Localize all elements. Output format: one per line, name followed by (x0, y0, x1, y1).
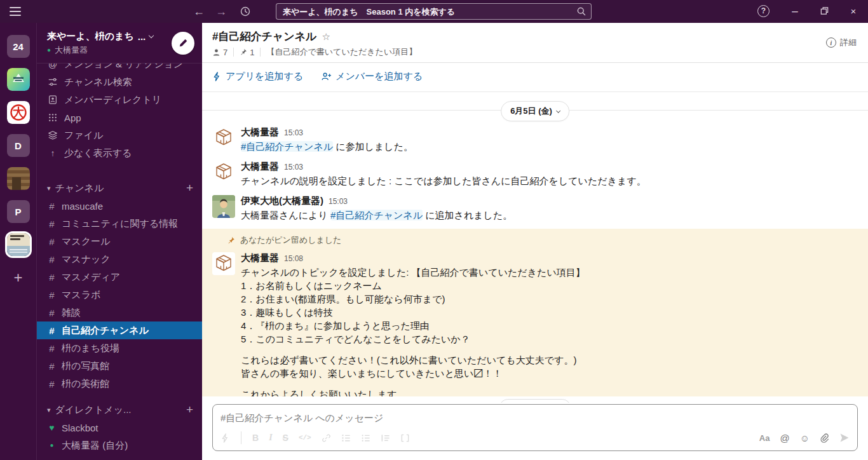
window-close-button[interactable]: × (845, 3, 862, 20)
channel-header: #自己紹介チャンネル ☆ 7 1 【自己紹介で書いていただきたい項目】 i 詳細 (202, 23, 868, 63)
section-caret-icon[interactable]: ▾ (47, 406, 51, 414)
emoji-icon[interactable]: ☺ (800, 433, 810, 443)
message-input[interactable] (220, 412, 850, 423)
channel-item-masu-photos[interactable]: #枡の写真館 (37, 357, 202, 375)
strikethrough-icon[interactable]: S (283, 433, 288, 443)
channel-item-masu-museum[interactable]: #枡の美術館 (37, 375, 202, 393)
pin-count-value: 1 (250, 48, 254, 57)
workspace-switcher-photo[interactable] (7, 167, 30, 190)
message-row[interactable]: 大橋量器 15:03 #自己紹介チャンネル に参加しました。 (202, 123, 868, 157)
search-input[interactable] (276, 7, 576, 17)
channel-item-self-introduction-active[interactable]: #自己紹介チャンネル (37, 321, 202, 339)
channel-topic[interactable]: 【自己紹介で書いていただきたい項目】 (266, 46, 417, 58)
message-row[interactable]: 大橋量器 15:08 チャンネルのトピックを設定しました: 【自己紹介で書いてい… (202, 248, 868, 396)
blockquote-icon[interactable] (381, 433, 390, 443)
message-composer[interactable]: B I S </> Aa @ ☺ (212, 404, 858, 451)
workspace-switcher-24[interactable]: 24 (7, 35, 30, 58)
shortcuts-lightning-icon[interactable] (220, 433, 230, 443)
member-count[interactable]: 7 (212, 48, 227, 57)
dm-item-self[interactable]: ● 大橋量器 (自分) (37, 436, 202, 454)
sidebar-item-files[interactable]: ファイル (37, 126, 202, 144)
add-channel-button[interactable]: + (186, 181, 193, 195)
message-time[interactable]: 15:08 (284, 254, 303, 263)
workspace-header[interactable]: 来やーよ、枡のまち ... ● 大橋量器 (37, 23, 202, 64)
avatar-user-photo[interactable] (212, 195, 235, 218)
workspace-switcher-p[interactable]: P (7, 200, 30, 223)
search-bar[interactable] (276, 3, 592, 20)
bold-icon[interactable]: B (252, 433, 259, 443)
history-forward-icon[interactable]: → (213, 3, 229, 20)
channel-item-masumedia[interactable]: #マスメディア (37, 268, 202, 286)
date-pill-button[interactable]: 6月5日 (金) (501, 101, 569, 121)
channel-item-community-info[interactable]: #コミュニティに関する情報 (37, 215, 202, 233)
channels-section-header[interactable]: ▾ チャンネル + (37, 179, 202, 197)
workspace-switcher-d[interactable]: D (7, 134, 30, 157)
bullet-list-icon[interactable] (361, 433, 370, 443)
format-toggle-icon[interactable]: Aa (759, 433, 770, 443)
sidebar-item-member-directory[interactable]: メンバーディレクトリ (37, 91, 202, 109)
inline-code-icon[interactable]: </> (299, 434, 311, 442)
window-restore-button[interactable] (816, 3, 832, 20)
add-app-link[interactable]: アプリを追加する (212, 71, 303, 83)
message-author[interactable]: 大橋量器 (241, 126, 279, 139)
add-dm-button[interactable]: + (186, 403, 193, 417)
italic-icon[interactable]: I (269, 433, 272, 443)
ordered-list-icon[interactable] (341, 433, 351, 443)
help-icon[interactable]: ? (757, 5, 770, 17)
channel-mention-link[interactable]: #自己紹介チャンネル (330, 210, 423, 220)
channel-item-masucafe[interactable]: #masucafe (37, 197, 202, 215)
add-workspace-button[interactable]: + (7, 266, 30, 289)
history-back-icon[interactable]: ← (191, 3, 207, 20)
hamburger-menu-icon[interactable] (10, 7, 21, 16)
details-button[interactable]: i 詳細 (826, 37, 857, 48)
message-list[interactable]: 6月5日 (金) 大橋量器 15:03 #自己紹介チャンネル に参加しました。 (202, 92, 868, 396)
sidebar-item-show-less[interactable]: ↑ 少なく表示する (37, 144, 202, 162)
add-member-link[interactable]: メンバーを追加する (321, 71, 423, 83)
avatar-masu-logo[interactable] (212, 126, 235, 149)
window-minimize-button[interactable]: – (787, 3, 803, 20)
attachment-icon[interactable] (820, 433, 829, 443)
hash-icon: # (47, 254, 57, 265)
chevron-down-icon (556, 108, 560, 112)
channel-item-masu-townhall[interactable]: #枡のまち役場 (37, 339, 202, 357)
sidebar-item-mentions[interactable]: @ メンション & リアクション (37, 64, 202, 73)
channel-title[interactable]: #自己紹介チャンネル (212, 29, 316, 44)
section-caret-icon[interactable]: ▾ (47, 184, 51, 193)
message-line: 2．お住まい(都道府県。もし可能なら何市まで) (241, 292, 585, 306)
message-row[interactable]: 伊東大地(大橋量器) 15:03 大橋量器さんにより #自己紹介チャンネル に追… (202, 191, 868, 226)
channel-sidebar: 来やーよ、枡のまち ... ● 大橋量器 @ メンション & リアクション チャ… (36, 23, 202, 460)
channel-item-zatsudan[interactable]: #雑談 (37, 304, 202, 321)
dm-item-slackbot[interactable]: ♥ Slackbot (37, 419, 202, 436)
sidebar-item-apps[interactable]: App (37, 109, 202, 126)
workspace-switcher-2[interactable] (7, 68, 30, 91)
message-row[interactable]: 大橋量器 15:03 チャンネルの説明を設定しました : ここでは参加した皆さん… (202, 157, 868, 191)
mention-icon[interactable]: @ (780, 433, 789, 443)
channel-mention-link[interactable]: #自己紹介チャンネル (241, 141, 333, 152)
channel-item-masunack[interactable]: #マスナック (37, 250, 202, 268)
workspace-name[interactable]: 来やーよ、枡のまち (47, 30, 134, 43)
pin-count[interactable]: 1 (240, 48, 254, 57)
workspace-switcher-active[interactable] (7, 233, 30, 256)
hash-icon: # (47, 272, 57, 283)
send-button[interactable] (839, 433, 850, 443)
sidebar-item-channel-browser[interactable]: チャンネル検索 (37, 73, 202, 91)
message-author[interactable]: 大橋量器 (241, 161, 279, 173)
message-time[interactable]: 15:03 (329, 197, 348, 206)
message-author[interactable]: 伊東大地(大橋量器) (241, 195, 323, 207)
channel-item-masuschool[interactable]: #マスクール (37, 233, 202, 250)
link-icon[interactable] (322, 433, 331, 443)
new-message-button[interactable] (172, 32, 194, 55)
dms-section-header[interactable]: ▾ ダイレクトメッ... + (37, 401, 202, 419)
star-channel-icon[interactable]: ☆ (322, 31, 330, 43)
avatar-masu-logo[interactable] (212, 161, 235, 184)
channel-item-masulab[interactable]: #マスラボ (37, 286, 202, 304)
avatar-masu-logo[interactable] (212, 252, 235, 275)
sidebar-item-label: ファイル (64, 130, 103, 142)
sidebar-scroll-area[interactable]: @ メンション & リアクション チャンネル検索 メンバーディレクトリ App (37, 64, 202, 460)
history-clock-icon[interactable] (240, 6, 251, 20)
code-block-icon[interactable] (400, 433, 410, 443)
message-time[interactable]: 15:03 (284, 163, 303, 172)
message-time[interactable]: 15:03 (284, 128, 303, 137)
message-author[interactable]: 大橋量器 (241, 252, 279, 264)
workspace-switcher-crest[interactable] (7, 101, 30, 124)
